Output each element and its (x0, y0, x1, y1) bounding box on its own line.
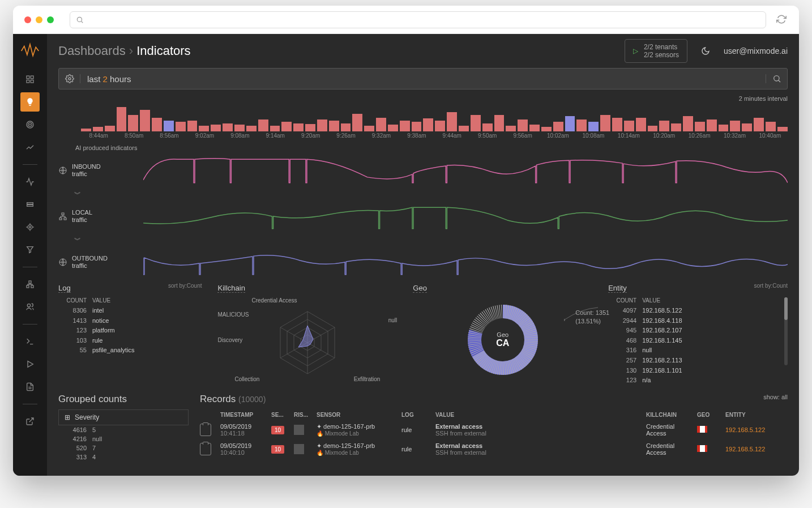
timeline-bar[interactable] (600, 115, 610, 131)
entity-row[interactable]: 945192.168.2.107 (608, 326, 781, 336)
entity-row[interactable]: 468192.168.1.145 (608, 336, 781, 346)
timeline-bar[interactable] (659, 121, 669, 131)
nav-users-icon[interactable] (20, 297, 40, 317)
outbound-label[interactable]: OUTBOUNDtraffic (58, 255, 143, 270)
severity-row[interactable]: 3134 (58, 452, 189, 462)
timeline-bar[interactable] (612, 118, 622, 131)
timeline-bar[interactable] (388, 125, 398, 131)
nav-document-icon[interactable] (20, 377, 40, 396)
log-row[interactable]: 1413notice (58, 316, 202, 326)
timeline-bar[interactable] (742, 123, 752, 131)
clipboard-icon[interactable] (200, 443, 211, 455)
geo-donut-chart[interactable]: Geo CA Count: 1351 (13.51%) (413, 297, 592, 382)
search-text[interactable]: last 2 hours (80, 74, 766, 84)
timeline-bar[interactable] (211, 125, 221, 131)
gear-icon[interactable] (59, 74, 80, 83)
nav-target-icon[interactable] (20, 115, 40, 134)
entity-row[interactable]: 4097192.168.5.122 (608, 306, 781, 316)
severity-row[interactable]: 4216null (58, 434, 189, 443)
timeline-bar[interactable] (352, 114, 362, 131)
search-bar[interactable]: last 2 hours (58, 68, 788, 89)
timeline-bar[interactable] (281, 122, 292, 131)
timeline-bar[interactable] (648, 126, 658, 131)
timeline-bar[interactable] (553, 122, 563, 131)
severity-header[interactable]: ⊞ Severity (58, 409, 189, 425)
timeline-bar[interactable] (128, 115, 138, 131)
timeline-bar[interactable] (140, 110, 150, 131)
timeline-bar[interactable] (246, 126, 257, 131)
killchain-radar-chart[interactable]: Credential Access null Exfiltration Coll… (217, 297, 397, 382)
timeline-bar[interactable] (754, 118, 764, 131)
timeline-bar[interactable] (471, 115, 481, 131)
nav-terminal-icon[interactable] (20, 332, 40, 351)
url-bar[interactable] (70, 11, 766, 28)
timeline-bar[interactable] (518, 119, 528, 131)
nav-activity-icon[interactable] (20, 172, 40, 191)
breadcrumb-root[interactable]: Dashboards (58, 44, 126, 58)
timeline-bar[interactable] (81, 129, 91, 131)
timeline-bar[interactable] (199, 126, 209, 131)
timeline-bar[interactable] (766, 122, 776, 131)
timeline-bar[interactable] (707, 119, 717, 131)
timeline-bar[interactable] (719, 125, 729, 131)
timeline-bar[interactable] (435, 121, 445, 131)
entity-row[interactable]: 2944192.168.4.118 (608, 316, 781, 326)
timeline-bar[interactable] (423, 118, 433, 131)
severity-row[interactable]: 5207 (58, 443, 189, 452)
search-icon[interactable] (766, 74, 787, 83)
timeline-bar[interactable] (176, 122, 186, 131)
entity-row[interactable]: 316null (608, 345, 781, 356)
show-filter[interactable]: show: all (763, 394, 788, 400)
timeline-barchart[interactable] (58, 104, 788, 131)
nav-filter-icon[interactable] (20, 240, 40, 259)
timeline-bar[interactable] (400, 121, 410, 131)
timeline-bar[interactable] (541, 127, 552, 131)
timeline-bar[interactable] (459, 126, 469, 131)
nav-storage-icon[interactable] (20, 195, 40, 214)
timeline-bar[interactable] (447, 112, 457, 131)
timeline-bar[interactable] (187, 121, 198, 131)
local-label[interactable]: LOCALtraffic (58, 209, 143, 224)
timeline-bar[interactable] (364, 126, 374, 131)
timeline-bar[interactable] (117, 107, 127, 131)
theme-toggle-icon[interactable] (701, 46, 710, 56)
record-row[interactable]: 09/05/201910:41:1810✦ demo-125-167-prb🔥 … (200, 420, 788, 439)
timeline-bar[interactable] (376, 118, 386, 131)
timeline-bar[interactable] (529, 125, 540, 131)
entity-row[interactable]: 123n/a (608, 375, 781, 386)
timeline-bar[interactable] (494, 115, 505, 131)
timeline-bar[interactable] (576, 119, 587, 131)
log-sort[interactable]: sort by:Count (168, 283, 202, 289)
nav-dashboard-icon[interactable] (20, 70, 40, 89)
window-max-dot[interactable] (47, 16, 54, 23)
timeline-bar[interactable] (671, 123, 681, 131)
timeline-bar[interactable] (317, 119, 327, 131)
nav-trend-icon[interactable] (20, 138, 40, 157)
nav-network-icon[interactable] (20, 275, 40, 294)
timeline-bar[interactable] (341, 123, 351, 131)
timeline-bar[interactable] (105, 126, 115, 131)
timeline-bar[interactable] (152, 118, 162, 131)
window-close-dot[interactable] (24, 16, 31, 23)
entity-scrollbar[interactable] (784, 297, 788, 365)
timeline-bar[interactable] (234, 125, 245, 131)
timeline-bar[interactable] (588, 122, 599, 131)
nav-play-icon[interactable] (20, 355, 40, 374)
chevron-down-icon[interactable]: ︾ (58, 190, 143, 199)
entity-row[interactable]: 130192.168.1.101 (608, 366, 781, 376)
timeline-bar[interactable] (506, 126, 516, 131)
nav-bug-icon[interactable] (20, 217, 40, 237)
timeline-bar[interactable] (305, 124, 315, 131)
refresh-icon[interactable] (776, 14, 788, 25)
log-row[interactable]: 55psfile_analytics (58, 345, 202, 356)
timeline-bar[interactable] (412, 122, 422, 131)
timeline-bar[interactable] (258, 119, 268, 131)
timeline-bar[interactable] (636, 118, 646, 131)
log-row[interactable]: 8306intel (58, 306, 202, 316)
log-row[interactable]: 103rule (58, 336, 202, 346)
timeline-bar[interactable] (683, 116, 693, 131)
severity-row[interactable]: 46165 (58, 425, 189, 434)
timeline-bar[interactable] (164, 121, 174, 131)
timeline-bar[interactable] (223, 123, 233, 131)
timeline-bar[interactable] (730, 121, 740, 131)
